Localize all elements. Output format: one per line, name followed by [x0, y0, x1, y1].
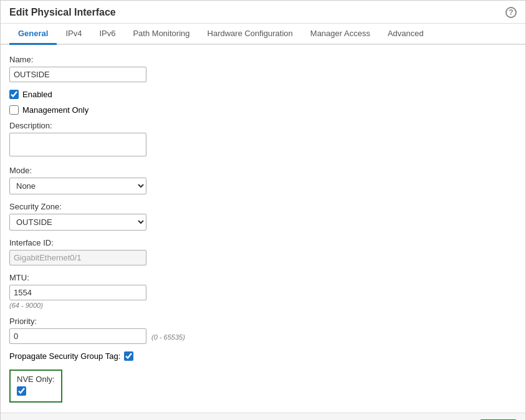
description-input[interactable] — [9, 133, 146, 156]
priority-hint: (0 - 65535) — [151, 333, 185, 341]
mtu-hint: (64 - 9000) — [9, 302, 517, 309]
name-input[interactable] — [9, 67, 146, 82]
mode-group: Mode: None Routed Passive Inline Tap Inl… — [9, 166, 517, 194]
form-content: Name: Enabled Management Only Descriptio… — [1, 45, 525, 413]
enabled-row: Enabled — [9, 90, 517, 99]
nve-only-section: NVE Only: — [9, 370, 62, 403]
name-group: Name: — [9, 55, 517, 82]
management-only-label: Management Only — [22, 105, 88, 115]
dialog-header: Edit Physical Interface ? — [1, 1, 525, 24]
edit-physical-interface-dialog: Edit Physical Interface ? General IPv4 I… — [0, 0, 526, 420]
enabled-checkbox[interactable] — [9, 90, 19, 99]
description-group: Description: — [9, 121, 517, 158]
tab-path-monitoring[interactable]: Path Monitoring — [124, 24, 198, 45]
tab-bar: General IPv4 IPv6 Path Monitoring Hardwa… — [1, 24, 525, 45]
description-label: Description: — [9, 121, 517, 130]
propagate-label: Propagate Security Group Tag: — [9, 351, 120, 361]
priority-label: Priority: — [9, 317, 517, 326]
interface-id-group: Interface ID: — [9, 238, 517, 265]
tab-ipv6[interactable]: IPv6 — [90, 24, 124, 45]
dialog-title: Edit Physical Interface — [9, 7, 116, 18]
dialog-footer: Cancel OK — [1, 413, 525, 420]
management-only-row: Management Only — [9, 105, 517, 115]
tab-manager-access[interactable]: Manager Access — [302, 24, 379, 45]
propagate-checkbox[interactable] — [124, 351, 133, 361]
nve-only-label: NVE Only: — [17, 375, 55, 384]
interface-id-label: Interface ID: — [9, 238, 517, 247]
security-zone-label: Security Zone: — [9, 202, 517, 211]
tab-ipv4[interactable]: IPv4 — [57, 24, 90, 45]
enabled-label: Enabled — [22, 90, 52, 99]
tab-hardware-configuration[interactable]: Hardware Configuration — [199, 24, 302, 45]
help-icon[interactable]: ? — [505, 7, 517, 18]
nve-only-checkbox[interactable] — [17, 386, 26, 396]
propagate-row: Propagate Security Group Tag: — [9, 351, 517, 361]
mode-select[interactable]: None Routed Passive Inline Tap Inline Se… — [9, 178, 146, 194]
priority-group: Priority: (0 - 65535) — [9, 317, 517, 344]
tab-advanced[interactable]: Advanced — [379, 24, 433, 45]
management-only-checkbox[interactable] — [9, 105, 19, 115]
security-zone-group: Security Zone: OUTSIDE INSIDE DMZ — [9, 202, 517, 231]
name-label: Name: — [9, 55, 517, 64]
mtu-label: MTU: — [9, 273, 517, 282]
security-zone-select[interactable]: OUTSIDE INSIDE DMZ — [9, 214, 146, 231]
mtu-input[interactable] — [9, 285, 146, 300]
mtu-group: MTU: (64 - 9000) — [9, 273, 517, 309]
priority-input[interactable] — [9, 328, 146, 344]
interface-id-input — [9, 250, 146, 265]
mode-label: Mode: — [9, 166, 517, 175]
tab-general[interactable]: General — [9, 24, 57, 45]
